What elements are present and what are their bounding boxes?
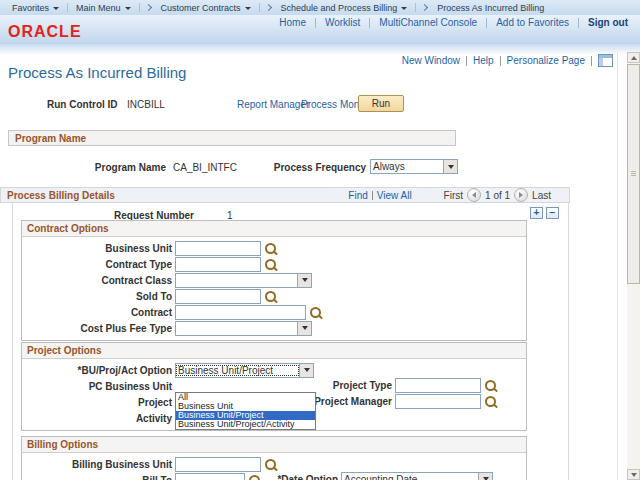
lookup-icon[interactable] — [485, 396, 496, 407]
app-header: ORACLE Home Worklist MultiChannel Consol… — [0, 15, 640, 44]
contract-class-label: Contract Class — [22, 275, 175, 286]
breadcrumb-main-menu[interactable]: Main Menu — [68, 0, 139, 15]
utility-links: New Window Help Personalize Page — [402, 54, 613, 67]
field-row: Contract Type — [22, 256, 526, 272]
business-unit-label: Business Unit — [22, 243, 175, 254]
content-right-border — [617, 52, 618, 480]
run-control-id-label: Run Control ID — [47, 99, 118, 110]
utility-divider — [500, 56, 501, 66]
personalize-layout-icon[interactable] — [598, 54, 613, 67]
chevron-down-icon — [245, 7, 251, 10]
report-manager-link[interactable]: Report Manager — [237, 99, 309, 110]
sold-to-label: Sold To — [22, 291, 175, 302]
find-link[interactable]: Find — [348, 190, 367, 201]
date-option-label: *Date Option — [188, 474, 341, 480]
billing-options-body: Billing Business Unit Bill To *Date Opti… — [22, 453, 526, 480]
dropdown-arrow-icon[interactable] — [297, 322, 311, 335]
contract-options-header: Contract Options — [22, 221, 526, 237]
breadcrumb-label: Favorites — [12, 3, 49, 13]
dropdown-arrow-icon[interactable] — [478, 473, 492, 480]
delete-row-button[interactable]: − — [546, 207, 559, 219]
program-name-section-header: Program Name — [8, 130, 456, 146]
contract-class-select[interactable] — [175, 273, 312, 288]
project-type-label: Project Type — [242, 380, 395, 391]
previous-row-button[interactable] — [467, 188, 481, 202]
sign-out-link[interactable]: Sign out — [588, 17, 628, 28]
dropdown-arrow-icon[interactable] — [297, 274, 311, 287]
help-link[interactable]: Help — [473, 55, 494, 66]
header-links: Home Worklist MultiChannel Console Add t… — [279, 17, 628, 28]
new-window-link[interactable]: New Window — [402, 55, 460, 66]
dropdown-arrow-icon[interactable] — [299, 364, 313, 377]
contract-type-input[interactable] — [175, 257, 261, 272]
header-divider — [315, 18, 316, 28]
scroll-up-button[interactable] — [627, 52, 640, 63]
multichannel-console-link[interactable]: MultiChannel Console — [379, 17, 477, 28]
lookup-icon[interactable] — [265, 259, 276, 270]
scrollbar-thumb[interactable] — [627, 64, 640, 284]
last-label: Last — [532, 190, 551, 201]
arrow-up-icon — [631, 56, 637, 60]
add-to-favorites-link[interactable]: Add to Favorites — [496, 17, 569, 28]
contract-options-section: Contract Options Business Unit Contract … — [21, 220, 527, 341]
project-type-input[interactable] — [395, 378, 481, 393]
process-frequency-value: Always — [371, 161, 443, 172]
project-options-header: Project Options — [22, 343, 526, 359]
lookup-icon[interactable] — [310, 307, 321, 318]
process-billing-details-header: Process Billing Details Find View All Fi… — [0, 187, 570, 203]
grid-controls: Find View All First 1 of 1 Last — [348, 188, 551, 202]
scroll-down-button[interactable] — [627, 469, 640, 480]
date-option-select[interactable]: Accounting Date — [341, 472, 493, 480]
header-divider — [369, 18, 370, 28]
bill-to-label: Bill To — [22, 475, 175, 480]
bu-proj-act-dropdown-list: All Business Unit Business Unit/Project … — [175, 392, 316, 430]
bu-proj-act-option-select[interactable]: Business Unit/Project — [175, 363, 314, 378]
personalize-page-link[interactable]: Personalize Page — [507, 55, 585, 66]
sold-to-input[interactable] — [175, 289, 261, 304]
next-row-button[interactable] — [514, 188, 528, 202]
breadcrumb: Favorites Main Menu Customer Contracts S… — [0, 0, 640, 15]
run-button[interactable]: Run — [358, 95, 404, 112]
program-name-section-body: Program Name CA_BI_INTFC Process Frequen… — [8, 146, 456, 190]
dropdown-arrow-icon[interactable] — [443, 160, 457, 173]
breadcrumb-divider — [415, 3, 416, 12]
cost-plus-fee-type-select[interactable] — [175, 321, 312, 336]
project-manager-input[interactable] — [395, 394, 481, 409]
lookup-icon[interactable] — [265, 243, 276, 254]
lookup-icon[interactable] — [265, 291, 276, 302]
add-row-button[interactable]: + — [530, 207, 543, 219]
lookup-icon[interactable] — [265, 459, 276, 470]
billing-business-unit-input[interactable] — [175, 457, 261, 472]
billing-business-unit-label: Billing Business Unit — [22, 459, 175, 470]
field-row: Project Type — [242, 377, 496, 393]
process-frequency-select[interactable]: Always — [370, 159, 458, 174]
breadcrumb-favorites[interactable]: Favorites — [4, 0, 67, 15]
breadcrumb-separator-icon — [421, 4, 428, 11]
dropdown-option-business-unit-project-activity[interactable]: Business Unit/Project/Activity — [176, 420, 315, 429]
program-name-label: Program Name — [8, 162, 166, 173]
breadcrumb-label: Schedule and Process Billing — [281, 3, 398, 13]
lookup-icon[interactable] — [485, 380, 496, 391]
request-container: Request Number 1 + − Contract Options Bu… — [12, 203, 569, 480]
home-link[interactable]: Home — [279, 17, 306, 28]
billing-options-header: Billing Options — [22, 437, 526, 453]
vertical-scrollbar[interactable] — [627, 52, 640, 480]
field-row: Sold To — [22, 288, 526, 304]
business-unit-input[interactable] — [175, 241, 261, 256]
chevron-down-icon — [125, 7, 131, 10]
header-divider — [486, 18, 487, 28]
contract-input[interactable] — [175, 305, 306, 320]
bu-proj-act-option-value: Business Unit/Project — [176, 365, 299, 376]
oracle-logo: ORACLE — [8, 23, 82, 41]
breadcrumb-customer-contracts[interactable]: Customer Contracts — [153, 0, 259, 15]
arrow-left-icon — [472, 192, 476, 198]
page-title: Process As Incurred Billing — [8, 64, 186, 81]
view-all-link[interactable]: View All — [377, 190, 412, 201]
process-frequency-label: Process Frequency — [208, 162, 366, 173]
breadcrumb-separator-icon — [145, 4, 152, 11]
breadcrumb-schedule-process-billing[interactable]: Schedule and Process Billing — [273, 0, 416, 15]
breadcrumb-current-page: Process As Incurred Billing — [429, 0, 552, 15]
worklist-link[interactable]: Worklist — [325, 17, 360, 28]
project-label: Project — [22, 397, 175, 408]
contract-type-label: Contract Type — [22, 259, 175, 270]
